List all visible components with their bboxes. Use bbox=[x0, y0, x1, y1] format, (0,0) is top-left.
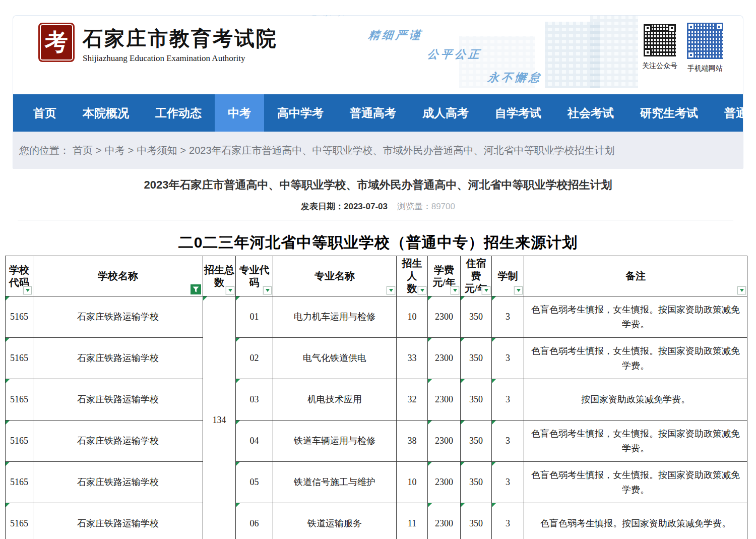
filter-dropdown-major-code[interactable] bbox=[263, 286, 272, 294]
tuition-cell: 2300 bbox=[428, 503, 461, 539]
breadcrumb-link-home[interactable]: 首页 bbox=[73, 144, 93, 157]
col-header-major-code: 专业代 码 bbox=[236, 256, 273, 296]
views-count: 89700 bbox=[431, 202, 455, 211]
tuition-cell: 2300 bbox=[428, 421, 461, 462]
article-title: 2023年石家庄市普通高中、中等职业学校、市域外民办普通高中、河北省中等职业学校… bbox=[0, 177, 756, 193]
major-code-cell: 02 bbox=[236, 338, 273, 379]
accommodation-cell: 350 bbox=[461, 338, 492, 379]
accommodation-cell: 350 bbox=[461, 296, 492, 338]
table-row: 5165 石家庄铁路运输学校 04 铁道车辆运用与检修 38 2300 350 … bbox=[6, 421, 747, 462]
qr-finder-icon bbox=[644, 48, 652, 56]
school-code-cell: 5165 bbox=[6, 379, 33, 421]
col-header-school-name: 学校名称 bbox=[33, 256, 203, 296]
school-code-cell: 5165 bbox=[6, 296, 33, 338]
table-row: 5165 石家庄铁路运输学校 05 铁道信号施工与维护 10 2300 350 … bbox=[6, 462, 747, 503]
table-row: 5165 石家庄铁路运输学校 134 01 电力机车运用与检修 10 2300 … bbox=[6, 296, 747, 338]
remark-cell: 色盲色弱考生慎报，女生慎报。按国家资助政策减免学费。 bbox=[524, 462, 747, 503]
nav-item-zhuanshengben[interactable]: 普通专升本 bbox=[711, 94, 756, 132]
filter-dropdown-tuition[interactable] bbox=[451, 286, 459, 294]
col-header-major-name: 专业名称 bbox=[273, 256, 397, 296]
col-header-remark: 备注 bbox=[524, 256, 747, 296]
divider bbox=[18, 220, 733, 220]
authority-seal-logo: 考 bbox=[38, 23, 75, 62]
school-name-cell: 石家庄铁路运输学校 bbox=[33, 503, 203, 539]
nav-item-zhongkao[interactable]: 中考 bbox=[215, 94, 264, 132]
major-name-cell: 电力机车运用与检修 bbox=[273, 296, 397, 338]
nav-item-home[interactable]: 首页 bbox=[20, 94, 70, 132]
site-subtitle: Shijiazhuang Education Examination Autho… bbox=[83, 53, 278, 64]
enroll-count-cell: 10 bbox=[397, 296, 428, 338]
breadcrumb-prefix: 您的位置： bbox=[19, 144, 70, 157]
breadcrumb-link-notice[interactable]: 中考须知 bbox=[137, 144, 177, 157]
major-name-cell: 铁道车辆运用与检修 bbox=[273, 421, 397, 462]
enroll-count-cell: 10 bbox=[397, 462, 428, 503]
remark-cell: 按国家资助政策减免学费。 bbox=[524, 379, 747, 421]
chevron-down-icon bbox=[389, 289, 393, 292]
wechat-qr-label: 关注公众号 bbox=[642, 62, 677, 71]
nav-item-news[interactable]: 工作动态 bbox=[142, 94, 215, 132]
remark-cell: 色盲色弱考生慎报，女生慎报。按国家资助政策减免学费。 bbox=[524, 338, 747, 379]
plan-table-title: 二0二三年河北省中等职业学校（普通中专）招生来源计划 bbox=[0, 232, 756, 253]
col-header-accommodation: 住宿费 元/年 bbox=[461, 256, 492, 296]
accommodation-cell: 350 bbox=[461, 379, 492, 421]
school-code-cell: 5165 bbox=[6, 503, 33, 539]
chevron-down-icon bbox=[228, 289, 232, 292]
duration-cell: 3 bbox=[492, 462, 524, 503]
slogan-text: 精细严谨 bbox=[367, 28, 423, 43]
major-name-cell: 铁道运输服务 bbox=[273, 503, 397, 539]
filter-dropdown-total-enrollment[interactable] bbox=[226, 286, 234, 294]
col-header-enroll-count: 招生人 数 bbox=[397, 256, 428, 296]
filter-dropdown-major-name[interactable] bbox=[387, 286, 395, 294]
qr-finder-icon bbox=[687, 23, 695, 31]
school-code-cell: 5165 bbox=[6, 462, 33, 503]
accommodation-cell: 350 bbox=[461, 421, 492, 462]
nav-item-highschool-exam[interactable]: 高中学考 bbox=[264, 94, 337, 132]
qr-finder-icon bbox=[715, 23, 723, 31]
tuition-cell: 2300 bbox=[428, 462, 461, 503]
breadcrumb-link-zhongkao[interactable]: 中考 bbox=[105, 144, 125, 157]
school-name-cell: 石家庄铁路运输学校 bbox=[33, 296, 203, 338]
filter-dropdown-duration[interactable] bbox=[514, 286, 523, 294]
enroll-count-cell: 38 bbox=[397, 421, 428, 462]
site-title-block: 石家庄市教育考试院 Shijiazhuang Education Examina… bbox=[83, 25, 278, 64]
filter-dropdown-enroll-count[interactable] bbox=[418, 286, 426, 294]
remark-cell: 色盲色弱考生慎报，女生慎报。按国家资助政策减免学费。 bbox=[524, 296, 747, 338]
col-header-tuition: 学费 元/年 bbox=[428, 256, 461, 296]
breadcrumb-separator: > bbox=[128, 145, 134, 156]
remark-cell: 色盲色弱考生慎报。按国家资助政策减免学费。 bbox=[524, 503, 747, 539]
nav-item-overview[interactable]: 本院概况 bbox=[70, 94, 142, 132]
chevron-down-icon bbox=[420, 289, 424, 292]
major-name-cell: 铁道信号施工与维护 bbox=[273, 462, 397, 503]
school-name-cell: 石家庄铁路运输学校 bbox=[33, 338, 203, 379]
breadcrumb-separator: > bbox=[96, 145, 102, 156]
chevron-down-icon bbox=[26, 289, 30, 292]
nav-item-adult-exam[interactable]: 成人高考 bbox=[409, 94, 482, 132]
table-row: 5165 石家庄铁路运输学校 06 铁道运输服务 11 2300 350 3 色… bbox=[6, 503, 747, 539]
duration-cell: 3 bbox=[492, 296, 524, 338]
filter-dropdown-school-code[interactable] bbox=[23, 286, 32, 294]
chevron-down-icon bbox=[453, 289, 457, 292]
filter-dropdown-remark[interactable] bbox=[737, 286, 746, 294]
duration-cell: 3 bbox=[492, 503, 524, 539]
qr-finder-icon bbox=[668, 24, 676, 32]
filter-funnel-icon-school-name[interactable] bbox=[191, 284, 201, 294]
publish-date: 2023-07-03 bbox=[344, 202, 388, 211]
nav-item-self-study-exam[interactable]: 自学考试 bbox=[482, 94, 554, 132]
major-code-cell: 03 bbox=[236, 379, 273, 421]
nav-item-postgraduate-exam[interactable]: 研究生考试 bbox=[627, 94, 711, 132]
chevron-down-icon bbox=[484, 289, 488, 292]
nav-item-social-exam[interactable]: 社会考试 bbox=[554, 94, 627, 132]
total-enrollment-cell: 134 bbox=[203, 296, 236, 539]
mobile-site-qr-label: 手机端网站 bbox=[687, 64, 723, 73]
accommodation-cell: 350 bbox=[461, 462, 492, 503]
col-header-total-enrollment: 招生总 数 bbox=[203, 256, 236, 296]
qr-finder-icon bbox=[644, 24, 652, 32]
major-code-cell: 04 bbox=[236, 421, 273, 462]
mobile-site-qr-block: 手机端网站 bbox=[686, 22, 724, 73]
filter-dropdown-accommodation[interactable] bbox=[482, 286, 490, 294]
major-name-cell: 电气化铁道供电 bbox=[273, 338, 397, 379]
article-meta: 发表日期：2023-07-03 浏览量：89700 bbox=[0, 201, 756, 212]
major-name-cell: 机电技术应用 bbox=[273, 379, 397, 421]
nav-item-gaokao[interactable]: 普通高考 bbox=[337, 94, 409, 132]
building-background-image bbox=[590, 16, 638, 88]
